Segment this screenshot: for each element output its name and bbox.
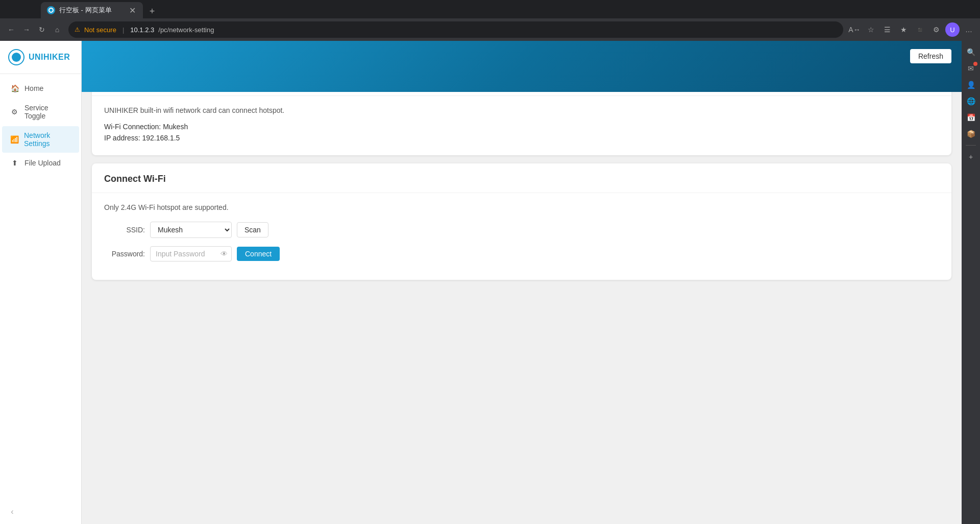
bookmark-button[interactable]: ☆: [864, 22, 878, 37]
toolbar-icons: A↔ ☆ ☰ ★ ◾ ⚙ U …: [847, 22, 976, 37]
logo-icon: [8, 49, 24, 65]
sidebar-logo: UNIHIKER: [0, 41, 81, 74]
browser-chrome: 行空板 - 网页菜单 ✕ + ← → ↻ ⌂ ⚠ Not secure | 10…: [0, 0, 980, 41]
right-panel-divider: [966, 145, 976, 146]
extensions-button[interactable]: ⚙: [929, 22, 943, 37]
wifi-description: UNIHIKER built-in wifi network card can …: [104, 106, 939, 114]
right-panel-mail-icon[interactable]: ✉: [964, 61, 978, 76]
right-panel-globe-icon[interactable]: 🌐: [964, 94, 978, 108]
security-icon: ⚠: [75, 26, 80, 33]
right-panel-add-icon[interactable]: +: [964, 150, 978, 164]
reading-view-button[interactable]: ☰: [880, 22, 894, 37]
content-header: Refresh: [82, 41, 962, 92]
sidebar-item-service-toggle[interactable]: ⚙ Service Toggle: [2, 99, 79, 125]
sidebar-item-file-upload[interactable]: ⬆ File Upload: [2, 154, 79, 172]
network-settings-icon: 📶: [10, 135, 19, 144]
address-path: /pc/network-setting: [158, 26, 214, 34]
right-panel-profile-icon[interactable]: 👤: [964, 78, 978, 92]
content-area: Refresh Wi-Fi Status UNIHIKER built-in w…: [82, 41, 962, 524]
tab-title: 行空板 - 网页菜单: [59, 6, 124, 15]
scan-button[interactable]: Scan: [237, 222, 268, 237]
tab-bar: 行空板 - 网页菜单 ✕ +: [0, 0, 980, 18]
back-button[interactable]: ←: [4, 22, 18, 37]
forward-button[interactable]: →: [19, 22, 34, 37]
service-toggle-icon: ⚙: [10, 108, 19, 116]
password-label: Password:: [104, 250, 145, 258]
collapse-icon: ‹: [11, 507, 13, 516]
favorites-button[interactable]: ★: [896, 22, 911, 37]
sidebar-item-network-settings[interactable]: 📶 Network Settings: [2, 126, 79, 153]
profile-button[interactable]: U: [945, 22, 960, 37]
home-icon: 🏠: [10, 84, 19, 92]
password-wrapper: 👁: [150, 246, 232, 261]
address-domain: 10.1.2.3: [130, 26, 154, 34]
cards-container: Wi-Fi Status UNIHIKER built-in wifi netw…: [82, 66, 962, 280]
right-panel-extensions-icon[interactable]: 📦: [964, 127, 978, 141]
wifi-connection-info: Wi-Fi Connection: Mukesh: [104, 123, 939, 131]
translate-button[interactable]: A↔: [847, 22, 862, 37]
reload-button[interactable]: ↻: [35, 22, 49, 37]
app-layout: UNIHIKER 🏠 Home ⚙ Service Toggle 📶 Netwo…: [0, 41, 962, 524]
connect-wifi-body: Only 2.4G Wi-Fi hotspot are supported. S…: [92, 193, 951, 280]
sidebar-footer: ‹: [0, 499, 81, 524]
connect-wifi-card: Connect Wi-Fi Only 2.4G Wi-Fi hotspot ar…: [92, 163, 951, 280]
wifi-status-body: UNIHIKER built-in wifi network card can …: [92, 96, 951, 155]
more-button[interactable]: …: [962, 22, 976, 37]
ssid-row: SSID: Mukesh Scan: [104, 222, 939, 238]
connect-wifi-title: Connect Wi-Fi: [92, 163, 951, 193]
sidebar-item-file-upload-label: File Upload: [24, 159, 61, 167]
sidebar-item-network-settings-label: Network Settings: [24, 131, 71, 148]
wifi-note: Only 2.4G Wi-Fi hotspot are supported.: [104, 203, 939, 211]
right-panel-calendar-icon[interactable]: 📅: [964, 110, 978, 125]
browser-right-panel: 🔍 ✉ 👤 🌐 📅 📦 +: [962, 41, 980, 524]
toggle-password-icon[interactable]: 👁: [220, 250, 228, 258]
sidebar-nav: 🏠 Home ⚙ Service Toggle 📶 Network Settin…: [0, 74, 81, 499]
sidebar-item-home-label: Home: [24, 84, 43, 92]
sidebar-collapse-button[interactable]: ‹: [6, 506, 18, 518]
active-tab[interactable]: 行空板 - 网页菜单 ✕: [41, 2, 143, 18]
ssid-select[interactable]: Mukesh: [150, 222, 232, 238]
tab-close-button[interactable]: ✕: [128, 5, 137, 16]
password-input[interactable]: [150, 246, 232, 261]
home-button[interactable]: ⌂: [50, 22, 64, 37]
connect-button[interactable]: Connect: [237, 247, 280, 261]
sidebar-item-service-toggle-label: Service Toggle: [24, 104, 71, 120]
nav-buttons: ← → ↻ ⌂: [4, 22, 64, 37]
logo-text: UNIHIKER: [29, 53, 70, 62]
file-upload-icon: ⬆: [10, 159, 19, 167]
ssid-label: SSID:: [104, 226, 145, 234]
address-bar-row: ← → ↻ ⌂ ⚠ Not secure | 10.1.2.3 /pc/netw…: [0, 18, 980, 41]
wifi-ip-info: IP address: 192.168.1.5: [104, 134, 939, 142]
refresh-button[interactable]: Refresh: [910, 49, 951, 63]
sidebar-item-home[interactable]: 🏠 Home: [2, 79, 79, 98]
security-label: Not secure: [84, 26, 116, 34]
new-tab-button[interactable]: +: [145, 4, 159, 18]
password-row: Password: 👁 Connect: [104, 246, 939, 261]
tab-favicon: [47, 6, 55, 14]
sidebar: UNIHIKER 🏠 Home ⚙ Service Toggle 📶 Netwo…: [0, 41, 82, 524]
address-bar[interactable]: ⚠ Not secure | 10.1.2.3 /pc/network-sett…: [68, 21, 843, 38]
collections-button[interactable]: ◾: [913, 22, 927, 37]
right-panel-search-icon[interactable]: 🔍: [964, 45, 978, 59]
